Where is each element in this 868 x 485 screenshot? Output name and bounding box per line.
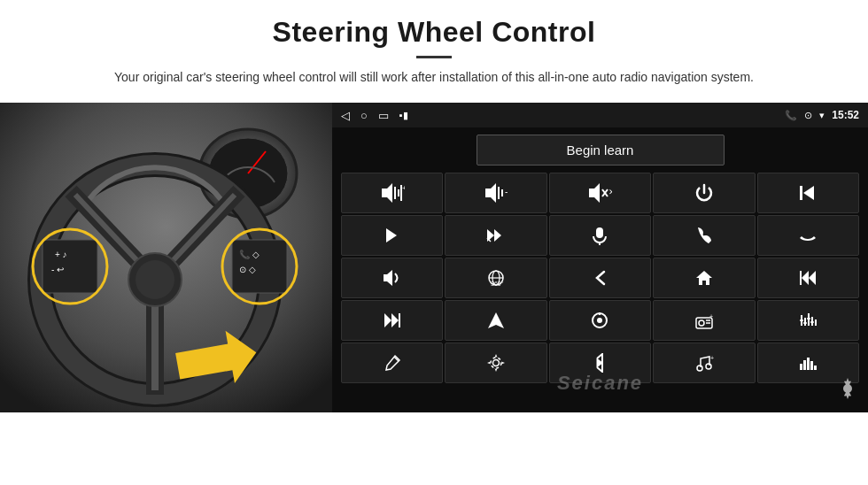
svg-marker-49	[696, 271, 712, 285]
svg-rect-55	[399, 313, 400, 327]
svg-marker-38	[386, 228, 397, 242]
speaker-button[interactable]	[341, 258, 443, 298]
svg-rect-52	[800, 271, 802, 285]
location-status-icon: ⊙	[804, 110, 812, 121]
screenshot-icon: ▪▮	[399, 110, 408, 121]
android-panel: ◁ ○ ▭ ▪▮ 📞 ⊙ ▾ 15:52 Begin learn	[332, 103, 868, 412]
recent-nav-icon[interactable]: ▭	[378, 109, 389, 122]
svg-text:-: -	[505, 187, 508, 196]
svg-point-58	[597, 318, 602, 323]
radio-button[interactable]: +	[653, 300, 755, 341]
title-divider	[416, 56, 452, 58]
equalizer-button[interactable]	[757, 300, 859, 341]
svg-rect-42	[596, 227, 603, 238]
steering-image: + ♪ - ↩ 📞 ◇ ⊙ ◇	[0, 103, 332, 412]
back-button[interactable]	[549, 258, 651, 298]
svg-rect-83	[810, 361, 813, 370]
status-bar-nav: ◁ ○ ▭ ▪▮	[341, 109, 408, 122]
svg-text:📞  ◇: 📞 ◇	[239, 249, 260, 260]
mic-button[interactable]	[549, 215, 651, 256]
home-button[interactable]	[653, 258, 755, 298]
next-button[interactable]	[341, 215, 443, 256]
svg-rect-37	[800, 186, 802, 200]
svg-marker-23	[382, 183, 392, 203]
content-section: + ♪ - ↩ 📞 ◇ ⊙ ◇	[0, 103, 868, 485]
svg-point-75	[493, 360, 500, 366]
edit-button[interactable]	[341, 343, 443, 383]
begin-learn-button[interactable]: Begin learn	[477, 135, 725, 166]
subtitle: Your original car's steering wheel contr…	[97, 67, 771, 87]
hang-up-button[interactable]	[757, 215, 859, 256]
svg-text:+: +	[402, 184, 405, 192]
svg-marker-54	[391, 313, 399, 327]
controls-grid: + - ✕	[332, 173, 868, 383]
svg-marker-36	[803, 186, 814, 200]
fast-forward-button[interactable]	[445, 215, 546, 256]
status-bar-indicators: 📞 ⊙ ▾ 15:52	[785, 109, 859, 121]
begin-learn-row: Begin learn	[332, 127, 868, 173]
svg-text:+: +	[710, 355, 714, 361]
call-button[interactable]	[653, 215, 755, 256]
source-button[interactable]	[549, 300, 651, 341]
svg-point-77	[697, 366, 702, 371]
svg-rect-82	[807, 358, 810, 370]
music-button[interactable]: +	[653, 343, 755, 383]
svg-marker-32	[589, 183, 600, 203]
page-wrapper: Steering Wheel Control Your original car…	[0, 0, 868, 485]
svg-text:360°: 360°	[491, 281, 504, 287]
svg-marker-28	[485, 183, 496, 203]
svg-marker-56	[488, 312, 504, 328]
360-view-button[interactable]: 360°	[445, 258, 546, 298]
svg-point-13	[136, 260, 174, 299]
wifi-status-icon: ▾	[819, 110, 825, 121]
svg-rect-80	[800, 364, 802, 370]
svg-marker-40	[494, 229, 501, 242]
navigate-button[interactable]	[445, 300, 546, 341]
svg-rect-81	[803, 360, 806, 370]
prev-track-button[interactable]	[757, 173, 859, 213]
svg-text:⊙   ◇: ⊙ ◇	[239, 265, 256, 274]
phone-status-icon: 📞	[785, 110, 797, 121]
mute-button[interactable]: ✕	[549, 173, 651, 213]
power-button[interactable]	[653, 173, 755, 213]
svg-text:✕: ✕	[608, 188, 612, 196]
svg-marker-51	[802, 271, 809, 285]
svg-rect-84	[814, 366, 817, 370]
watermark: Seicane	[557, 372, 643, 395]
settings-gear-icon[interactable]	[836, 377, 859, 405]
page-title: Steering Wheel Control	[53, 16, 815, 49]
svg-text:+: +	[709, 313, 713, 319]
home-nav-icon[interactable]: ○	[360, 109, 368, 122]
skip-forward-button[interactable]	[341, 300, 443, 341]
clock: 15:52	[832, 109, 859, 121]
vol-down-button[interactable]: -	[445, 173, 546, 213]
svg-point-78	[706, 364, 711, 369]
vol-up-button[interactable]: +	[341, 173, 443, 213]
rewind-button[interactable]	[757, 258, 859, 298]
status-bar: ◁ ○ ▭ ▪▮ 📞 ⊙ ▾ 15:52	[332, 103, 868, 127]
svg-text:-    ↩: - ↩	[51, 265, 64, 274]
svg-marker-53	[384, 313, 391, 327]
back-nav-icon[interactable]: ◁	[341, 109, 350, 122]
svg-marker-50	[809, 271, 816, 285]
svg-text:+  ♪: + ♪	[55, 250, 67, 259]
settings2-button[interactable]	[445, 343, 546, 383]
svg-marker-44	[384, 270, 392, 286]
svg-point-61	[699, 320, 704, 326]
header-section: Steering Wheel Control Your original car…	[0, 0, 868, 94]
